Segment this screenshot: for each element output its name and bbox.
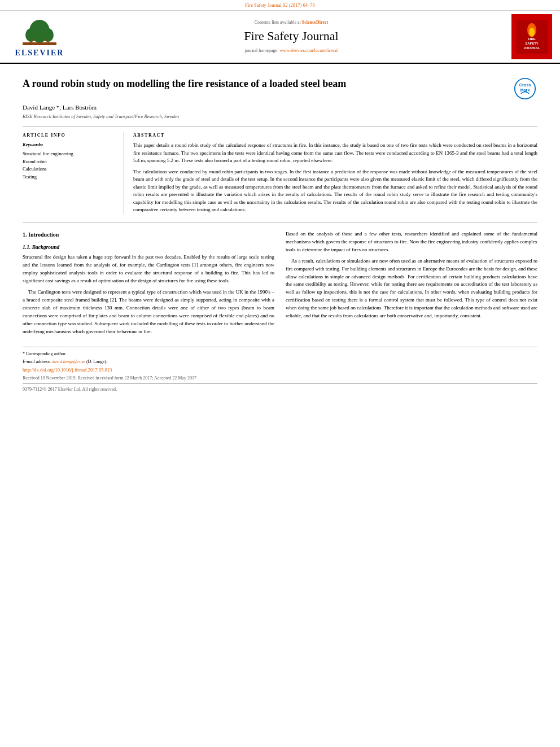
email-footnote: E-mail address: david.lange@ri.se (D. La… bbox=[23, 359, 537, 365]
corresponding-author-note: * Corresponding author. bbox=[23, 351, 537, 357]
citation-text: Fire Safety Journal 92 (2017) 64–76 bbox=[245, 2, 314, 8]
doi-line: http://dx.doi.org/10.1016/j.firesaf.2017… bbox=[23, 367, 537, 374]
abstract-para-2: The calculations were conducted by round… bbox=[133, 168, 537, 214]
subsection-1-1-heading: 1.1. Background bbox=[23, 243, 274, 252]
body-col-right: Based on the analysis of these and a few… bbox=[286, 230, 537, 339]
keyword-3: Calculations bbox=[23, 165, 117, 173]
corresponding-author-label: * Corresponding author. bbox=[23, 351, 67, 356]
homepage-prefix: journal homepage: bbox=[245, 48, 280, 53]
abstract-col: ABSTRACT This paper details a round robi… bbox=[133, 132, 537, 214]
body-two-col: 1. Introduction 1.1. Background Structur… bbox=[23, 230, 537, 339]
article-info-abstract: ARTICLE INFO Keywords: Structural fire e… bbox=[23, 126, 537, 214]
svg-point-3 bbox=[42, 28, 54, 42]
sciencedirect-prefix: Contents lists available at bbox=[255, 20, 302, 25]
copyright-line: 0379-7112/© 2017 Elsevier Ltd. All right… bbox=[23, 383, 537, 392]
journal-header-center: Contents lists available at ScienceDirec… bbox=[73, 14, 509, 59]
intro-para-1: Structural fire design has taken a huge … bbox=[23, 254, 274, 285]
elsevier-logo-area: ELSEVIER bbox=[6, 14, 73, 59]
authors-line: David Lange *, Lars Boström bbox=[23, 103, 537, 112]
svg-text:FIRE: FIRE bbox=[528, 37, 536, 41]
subsection-title: Background bbox=[32, 244, 60, 250]
intro-col2-para-1: Based on the analysis of these and a few… bbox=[286, 230, 537, 254]
section-1-heading: 1. Introduction bbox=[23, 230, 274, 239]
authors-text: David Lange *, Lars Boström bbox=[23, 104, 97, 111]
journal-header: ELSEVIER Contents lists available at Sci… bbox=[0, 11, 560, 64]
affiliation-line: RISE Research Institutes of Sweden, Safe… bbox=[23, 113, 537, 120]
author-email[interactable]: david.lange@ri.se bbox=[52, 359, 85, 364]
email-label: E-mail address: bbox=[23, 359, 52, 364]
elsevier-wordmark: ELSEVIER bbox=[15, 47, 64, 59]
svg-text:JOURNAL: JOURNAL bbox=[523, 46, 540, 50]
article-title: A round robin study on modelling the fir… bbox=[23, 77, 507, 90]
citation-bar: Fire Safety Journal 92 (2017) 64–76 bbox=[0, 0, 560, 11]
abstract-text: This paper details a round robin study o… bbox=[133, 142, 537, 214]
intro-col2-para-2: As a result, calculations or simulations… bbox=[286, 257, 537, 321]
svg-point-2 bbox=[25, 28, 37, 42]
section-divider bbox=[23, 222, 537, 222]
svg-point-9 bbox=[529, 28, 535, 37]
abstract-para-1: This paper details a round robin study o… bbox=[133, 142, 537, 165]
homepage-line: journal homepage: www.elsevier.com/locat… bbox=[245, 47, 338, 54]
journal-title: Fire Safety Journal bbox=[244, 28, 338, 45]
svg-rect-6 bbox=[23, 42, 56, 45]
article-info-col: ARTICLE INFO Keywords: Structural fire e… bbox=[23, 132, 124, 214]
crossmark-badge[interactable]: Cross Mark bbox=[513, 77, 537, 100]
keywords-list: Structural fire engineering Round robin … bbox=[23, 150, 117, 181]
footnote-area: * Corresponding author. E-mail address: … bbox=[23, 347, 537, 392]
svg-text:SAFETY: SAFETY bbox=[525, 42, 539, 45]
keywords-title: Keywords: bbox=[23, 142, 117, 148]
subsection-number: 1.1. bbox=[23, 244, 30, 250]
sciencedirect-link[interactable]: ScienceDirect bbox=[302, 20, 329, 25]
abstract-header: ABSTRACT bbox=[133, 132, 537, 138]
elsevier-logo: ELSEVIER bbox=[15, 15, 64, 59]
sciencedirect-line: Contents lists available at ScienceDirec… bbox=[255, 19, 328, 25]
journal-logo-icon: FIRE SAFETY JOURNAL bbox=[517, 20, 548, 54]
main-content: A round robin study on modelling the fir… bbox=[0, 64, 560, 398]
journal-logo-area: FIRE SAFETY JOURNAL bbox=[509, 14, 554, 59]
received-line: Received 10 November 2015; Received in r… bbox=[23, 375, 537, 381]
article-info-header: ARTICLE INFO bbox=[23, 132, 117, 138]
email-suffix: (D. Lange). bbox=[86, 359, 107, 364]
crossmark-icon: Cross Mark bbox=[513, 77, 537, 100]
keyword-2: Round robin bbox=[23, 158, 117, 166]
elsevier-tree-icon bbox=[17, 15, 62, 46]
keyword-4: Testing bbox=[23, 173, 117, 181]
section-1-number: 1. bbox=[23, 231, 27, 238]
body-col-left: 1. Introduction 1.1. Background Structur… bbox=[23, 230, 274, 339]
homepage-link[interactable]: www.elsevier.com/locate/firesaf bbox=[279, 48, 338, 53]
keyword-1: Structural fire engineering bbox=[23, 150, 117, 158]
article-title-row: A round robin study on modelling the fir… bbox=[23, 77, 537, 100]
doi-link[interactable]: http://dx.doi.org/10.1016/j.firesaf.2017… bbox=[23, 367, 112, 373]
section-1-title: Introduction bbox=[28, 231, 59, 238]
journal-logo-box: FIRE SAFETY JOURNAL bbox=[511, 14, 552, 59]
intro-para-2: The Cardington tests were designed to re… bbox=[23, 289, 274, 336]
